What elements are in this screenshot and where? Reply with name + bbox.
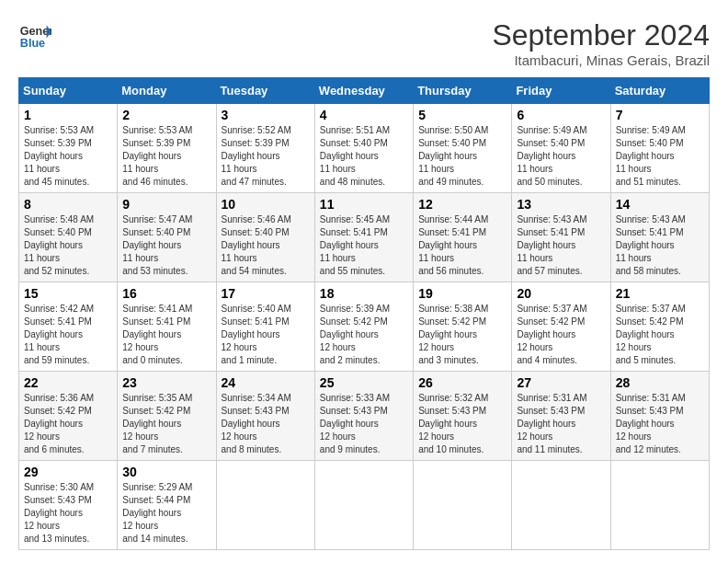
day-number: 4 [320,108,408,122]
day-info: Sunrise: 5:48 AMSunset: 5:40 PMDaylight … [24,214,94,276]
day-info: Sunrise: 5:31 AMSunset: 5:43 PMDaylight … [616,393,686,454]
calendar-day-cell: 9 Sunrise: 5:47 AMSunset: 5:40 PMDayligh… [118,193,216,282]
month-title: September 2024 [492,18,710,52]
calendar-day-cell [610,461,709,550]
day-info: Sunrise: 5:31 AMSunset: 5:43 PMDaylight … [517,393,586,454]
calendar-day-cell: 15 Sunrise: 5:42 AMSunset: 5:41 PMDaylig… [19,282,118,372]
header-sunday: Sunday [19,78,118,104]
day-number: 14 [616,197,704,212]
day-number: 18 [320,286,408,301]
day-info: Sunrise: 5:53 AMSunset: 5:39 PMDaylight … [24,125,94,187]
calendar-day-cell: 18 Sunrise: 5:39 AMSunset: 5:42 PMDaylig… [314,282,413,372]
calendar-day-cell: 19 Sunrise: 5:38 AMSunset: 5:42 PMDaylig… [414,282,512,372]
day-number: 9 [122,197,210,212]
location-subtitle: Itambacuri, Minas Gerais, Brazil [492,52,710,68]
day-number: 11 [320,197,408,212]
calendar-day-cell: 25 Sunrise: 5:33 AMSunset: 5:43 PMDaylig… [314,372,413,461]
day-number: 13 [517,197,605,212]
day-number: 2 [122,108,210,122]
calendar-day-cell: 6 Sunrise: 5:49 AMSunset: 5:40 PMDayligh… [512,104,610,193]
day-number: 10 [222,197,310,212]
calendar-day-cell: 2 Sunrise: 5:53 AMSunset: 5:39 PMDayligh… [118,104,216,193]
day-number: 21 [616,286,704,301]
day-number: 29 [24,465,112,479]
calendar-day-cell: 20 Sunrise: 5:37 AMSunset: 5:42 PMDaylig… [512,282,610,372]
day-number: 17 [222,286,310,301]
day-number: 23 [122,375,210,390]
calendar-day-cell: 30 Sunrise: 5:29 AMSunset: 5:44 PMDaylig… [118,461,216,550]
logo: General Blue [18,18,51,52]
day-info: Sunrise: 5:36 AMSunset: 5:42 PMDaylight … [24,393,94,454]
calendar-day-cell: 28 Sunrise: 5:31 AMSunset: 5:43 PMDaylig… [610,372,709,461]
calendar-day-cell [414,461,512,550]
day-number: 8 [24,197,112,212]
day-number: 20 [517,286,605,301]
day-info: Sunrise: 5:42 AMSunset: 5:41 PMDaylight … [24,304,94,365]
day-number: 6 [517,108,605,122]
day-number: 7 [616,108,704,122]
day-info: Sunrise: 5:37 AMSunset: 5:42 PMDaylight … [616,304,686,365]
calendar-day-cell: 22 Sunrise: 5:36 AMSunset: 5:42 PMDaylig… [19,372,118,461]
day-info: Sunrise: 5:40 AMSunset: 5:41 PMDaylight … [222,304,291,365]
calendar-day-cell: 1 Sunrise: 5:53 AMSunset: 5:39 PMDayligh… [19,104,118,193]
calendar-week-row: 8 Sunrise: 5:48 AMSunset: 5:40 PMDayligh… [19,193,710,282]
header-tuesday: Tuesday [216,78,314,104]
header-friday: Friday [512,78,610,104]
calendar-day-cell: 14 Sunrise: 5:43 AMSunset: 5:41 PMDaylig… [610,193,709,282]
calendar-day-cell: 13 Sunrise: 5:43 AMSunset: 5:41 PMDaylig… [512,193,610,282]
calendar-week-row: 1 Sunrise: 5:53 AMSunset: 5:39 PMDayligh… [19,104,710,193]
calendar-day-cell: 4 Sunrise: 5:51 AMSunset: 5:40 PMDayligh… [314,104,413,193]
calendar-day-cell: 21 Sunrise: 5:37 AMSunset: 5:42 PMDaylig… [610,282,709,372]
day-number: 1 [24,108,112,122]
header-thursday: Thursday [414,78,512,104]
day-info: Sunrise: 5:41 AMSunset: 5:41 PMDaylight … [122,304,192,365]
day-number: 22 [24,375,112,390]
calendar-day-cell: 26 Sunrise: 5:32 AMSunset: 5:43 PMDaylig… [414,372,512,461]
day-info: Sunrise: 5:39 AMSunset: 5:42 PMDaylight … [320,304,390,365]
day-info: Sunrise: 5:46 AMSunset: 5:40 PMDaylight … [222,214,291,276]
day-number: 16 [122,286,210,301]
calendar-day-cell: 7 Sunrise: 5:49 AMSunset: 5:40 PMDayligh… [610,104,709,193]
calendar-day-cell: 17 Sunrise: 5:40 AMSunset: 5:41 PMDaylig… [216,282,314,372]
day-info: Sunrise: 5:43 AMSunset: 5:41 PMDaylight … [517,214,586,276]
header-wednesday: Wednesday [314,78,413,104]
day-info: Sunrise: 5:30 AMSunset: 5:43 PMDaylight … [24,482,94,544]
day-info: Sunrise: 5:49 AMSunset: 5:40 PMDaylight … [616,125,686,187]
day-info: Sunrise: 5:47 AMSunset: 5:40 PMDaylight … [122,214,192,276]
calendar-day-cell [314,461,413,550]
day-number: 24 [222,375,310,390]
day-number: 27 [517,375,605,390]
calendar-day-cell: 5 Sunrise: 5:50 AMSunset: 5:40 PMDayligh… [414,104,512,193]
title-area: September 2024 Itambacuri, Minas Gerais,… [492,18,710,68]
day-number: 12 [418,197,506,212]
day-info: Sunrise: 5:51 AMSunset: 5:40 PMDaylight … [320,125,390,187]
header-saturday: Saturday [610,78,709,104]
calendar-day-cell: 11 Sunrise: 5:45 AMSunset: 5:41 PMDaylig… [314,193,413,282]
day-info: Sunrise: 5:33 AMSunset: 5:43 PMDaylight … [320,393,390,454]
header: General Blue September 2024 Itambacuri, … [18,18,710,68]
calendar-day-cell: 29 Sunrise: 5:30 AMSunset: 5:43 PMDaylig… [19,461,118,550]
calendar-day-cell: 10 Sunrise: 5:46 AMSunset: 5:40 PMDaylig… [216,193,314,282]
calendar-week-row: 29 Sunrise: 5:30 AMSunset: 5:43 PMDaylig… [19,461,710,550]
day-info: Sunrise: 5:43 AMSunset: 5:41 PMDaylight … [616,214,686,276]
day-number: 19 [418,286,506,301]
day-number: 5 [418,108,506,122]
day-info: Sunrise: 5:45 AMSunset: 5:41 PMDaylight … [320,214,390,276]
day-number: 26 [418,375,506,390]
calendar-day-cell: 3 Sunrise: 5:52 AMSunset: 5:39 PMDayligh… [216,104,314,193]
day-info: Sunrise: 5:49 AMSunset: 5:40 PMDaylight … [517,125,586,187]
calendar-day-cell: 16 Sunrise: 5:41 AMSunset: 5:41 PMDaylig… [118,282,216,372]
day-info: Sunrise: 5:29 AMSunset: 5:44 PMDaylight … [122,482,192,544]
svg-text:Blue: Blue [20,37,45,50]
logo-icon: General Blue [18,18,51,52]
calendar-day-cell [512,461,610,550]
calendar-week-row: 15 Sunrise: 5:42 AMSunset: 5:41 PMDaylig… [19,282,710,372]
calendar-table: Sunday Monday Tuesday Wednesday Thursday… [18,77,710,550]
calendar-day-cell: 24 Sunrise: 5:34 AMSunset: 5:43 PMDaylig… [216,372,314,461]
calendar-week-row: 22 Sunrise: 5:36 AMSunset: 5:42 PMDaylig… [19,372,710,461]
day-info: Sunrise: 5:32 AMSunset: 5:43 PMDaylight … [418,393,488,454]
day-info: Sunrise: 5:38 AMSunset: 5:42 PMDaylight … [418,304,488,365]
calendar-day-cell: 12 Sunrise: 5:44 AMSunset: 5:41 PMDaylig… [414,193,512,282]
day-info: Sunrise: 5:44 AMSunset: 5:41 PMDaylight … [418,214,488,276]
day-info: Sunrise: 5:50 AMSunset: 5:40 PMDaylight … [418,125,488,187]
